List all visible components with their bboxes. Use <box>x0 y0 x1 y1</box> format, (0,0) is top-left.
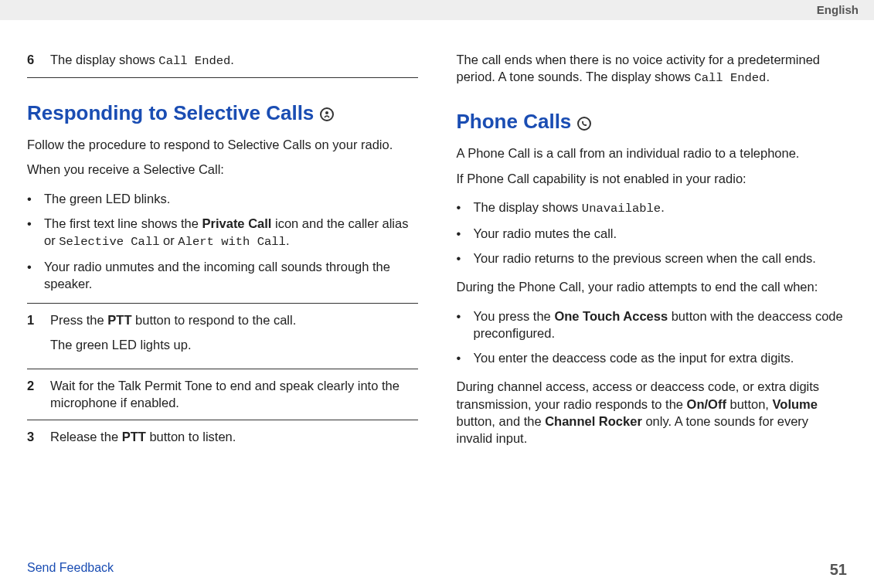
bullet-dot: • <box>457 250 464 267</box>
bullet-dot: • <box>27 258 35 293</box>
svg-point-0 <box>325 111 328 114</box>
s1-bold: PTT <box>107 313 131 327</box>
step6-mono: Call Ended <box>158 54 230 68</box>
b2-suffix: . <box>286 233 290 247</box>
p2-bold3: Channel Rocker <box>545 414 642 428</box>
ra1-mono: Unavailable <box>582 202 661 216</box>
selective-call-bullets: • The green LED blinks. • The first text… <box>27 186 418 297</box>
bullet-dot: • <box>457 199 464 217</box>
p2-bold1: On/Off <box>687 397 726 411</box>
step-1-text: Press the PTT button to respond to the c… <box>50 311 418 362</box>
s1-prefix: Press the <box>50 313 107 327</box>
s3-prefix: Release the <box>50 430 122 444</box>
heading2-text: Phone Calls <box>457 108 572 135</box>
s1-line2: The green LED lights up. <box>50 336 418 353</box>
header-bar: English <box>0 0 874 20</box>
r-para1-suffix: . <box>766 70 770 83</box>
ra1-prefix: The display shows <box>474 200 582 214</box>
b2-or: or <box>160 233 179 247</box>
s3-suffix: button to listen. <box>146 430 236 444</box>
phone-call-icon <box>577 117 591 131</box>
send-feedback-link[interactable]: Send Feedback <box>27 561 114 579</box>
list-item: • You press the One Touch Access button … <box>457 304 848 346</box>
step6-prefix: The display shows <box>50 53 158 66</box>
ra3-text: Your radio returns to the previous scree… <box>474 250 816 267</box>
intro-para-2: A Phone Call is a call from an individua… <box>457 144 848 161</box>
bullet-dot: • <box>457 225 464 242</box>
rb1-bold: One Touch Access <box>554 309 668 323</box>
ra2-text: Your radio mutes the call. <box>474 225 617 242</box>
p2-b: button, <box>726 397 773 411</box>
p2-c: button, and the <box>457 414 546 428</box>
phone-not-enabled-bullets: • The display shows Unavailable. • Your … <box>457 195 848 270</box>
right-para-call-ends: The call ends when there is no voice act… <box>457 51 848 87</box>
bullet-dot: • <box>457 349 464 366</box>
page-body: 6 The display shows Call Ended. Respondi… <box>0 20 874 454</box>
bullet-dot: • <box>457 308 464 342</box>
bullet-1-text: The green LED blinks. <box>44 190 170 207</box>
bullet-3-text: Your radio unmutes and the incoming call… <box>44 258 418 293</box>
step-6-text: The display shows Call Ended. <box>50 51 418 70</box>
when-receive-para: When you receive a Selective Call: <box>27 161 418 178</box>
step-number: 1 <box>27 311 39 362</box>
step-number: 6 <box>27 51 39 70</box>
p2-bold2: Volume <box>773 397 818 411</box>
left-column: 6 The display shows Call Ended. Respondi… <box>27 43 418 454</box>
ra1-text: The display shows Unavailable. <box>474 199 665 217</box>
rb1-prefix: You press the <box>474 309 555 323</box>
list-item: • The first text line shows the Private … <box>27 211 418 254</box>
step-6: 6 The display shows Call Ended. <box>27 43 418 78</box>
heading-responding-selective-calls: Responding to Selective Calls <box>27 100 418 127</box>
rb1-text: You press the One Touch Access button wi… <box>474 308 848 342</box>
s1-suffix: button to respond to the call. <box>131 313 296 327</box>
b2-bold: Private Call <box>202 216 272 230</box>
rb2-text: You enter the deaccess code as the input… <box>474 349 794 366</box>
step-3: 3 Release the PTT button to listen. <box>27 420 418 453</box>
step-1: 1 Press the PTT button to respond to the… <box>27 303 418 370</box>
step-2: 2 Wait for the Talk Permit Tone to end a… <box>27 369 418 420</box>
language-label: English <box>817 3 859 16</box>
list-item: • Your radio returns to the previous scr… <box>457 246 848 270</box>
list-item: • The display shows Unavailable. <box>457 195 848 221</box>
list-item: • You enter the deaccess code as the inp… <box>457 345 848 370</box>
if-not-para: If Phone Call capability is not enabled … <box>457 170 848 187</box>
step-3-text: Release the PTT button to listen. <box>50 428 418 445</box>
page-footer: Send Feedback 51 <box>0 561 874 579</box>
b2-mono1: Selective Call <box>59 235 159 249</box>
list-item: • Your radio unmutes and the incoming ca… <box>27 254 418 297</box>
list-item: • The green LED blinks. <box>27 186 418 211</box>
step-2-text: Wait for the Talk Permit Tone to end and… <box>50 377 418 412</box>
b2-mono2: Alert with Call <box>178 235 286 249</box>
intro-para-1: Follow the procedure to respond to Selec… <box>27 136 418 153</box>
heading-phone-calls: Phone Calls <box>457 108 848 135</box>
bullet-dot: • <box>27 215 35 250</box>
selective-call-icon <box>320 107 334 121</box>
right-column: The call ends when there is no voice act… <box>457 43 848 454</box>
r-para1-mono: Call Ended <box>694 71 766 85</box>
bullet-2-text: The first text line shows the Private Ca… <box>44 215 418 250</box>
step6-suffix: . <box>230 53 234 66</box>
channel-access-para: During channel access, access or deacces… <box>457 378 848 447</box>
during-para: During the Phone Call, your radio attemp… <box>457 278 848 295</box>
phone-during-bullets: • You press the One Touch Access button … <box>457 304 848 371</box>
step-number: 2 <box>27 377 39 412</box>
s3-bold: PTT <box>122 430 146 444</box>
step-number: 3 <box>27 428 39 445</box>
bullet-dot: • <box>27 190 35 207</box>
list-item: • Your radio mutes the call. <box>457 221 848 246</box>
heading1-text: Responding to Selective Calls <box>27 100 314 127</box>
page-number: 51 <box>830 561 847 579</box>
b2-prefix: The first text line shows the <box>44 216 202 230</box>
ra1-suffix: . <box>661 200 665 214</box>
